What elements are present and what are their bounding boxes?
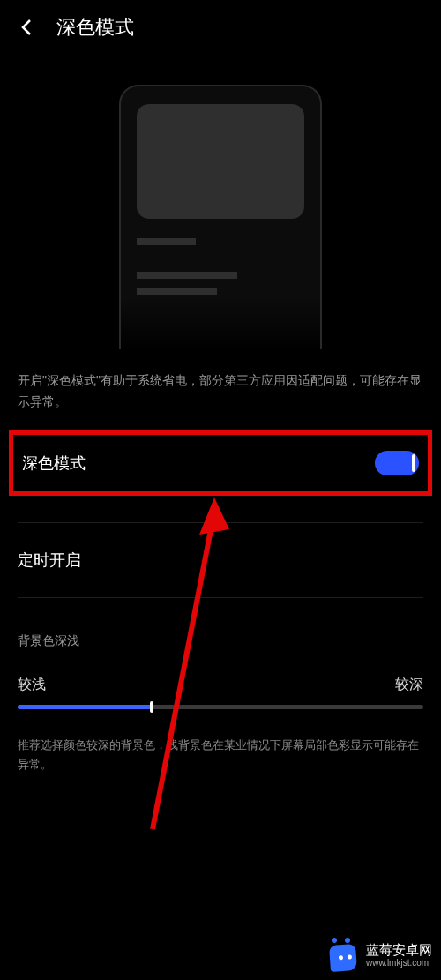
bg-depth-description: 推荐选择颜色较深的背景色，浅背景色在某业情况下屏幕局部色彩显示可能存在异常。 [0, 709, 441, 774]
schedule-row[interactable]: 定时开启 [0, 523, 441, 597]
bg-depth-slider[interactable] [18, 705, 423, 709]
slider-label-dark: 较深 [395, 676, 423, 694]
slider-thumb[interactable] [150, 701, 153, 713]
page-title: 深色模式 [56, 14, 134, 41]
watermark-url: www.lmkjst.com [366, 958, 432, 969]
slider-label-light: 较浅 [18, 676, 46, 694]
preview-line [137, 238, 196, 245]
watermark: 蓝莓安卓网 www.lmkjst.com [327, 939, 432, 971]
slider-fill [18, 705, 152, 709]
preview-line [137, 288, 217, 295]
dark-mode-preview [119, 85, 322, 349]
dark-mode-toggle-label: 深色模式 [22, 453, 86, 474]
toggle-knob [412, 454, 415, 472]
bg-depth-heading: 背景色深浅 [0, 598, 441, 676]
watermark-icon [327, 939, 359, 971]
dark-mode-toggle-switch[interactable] [375, 451, 419, 475]
preview-image-placeholder [137, 104, 304, 219]
dark-mode-description: 开启"深色模式"有助于系统省电，部分第三方应用因适配问题，可能存在显示异常。 [0, 349, 441, 430]
back-icon[interactable] [16, 16, 39, 39]
preview-line [137, 272, 237, 279]
annotation-highlight: 深色模式 [9, 430, 432, 496]
dark-mode-toggle-row[interactable]: 深色模式 [13, 435, 428, 491]
watermark-name: 蓝莓安卓网 [366, 942, 432, 958]
